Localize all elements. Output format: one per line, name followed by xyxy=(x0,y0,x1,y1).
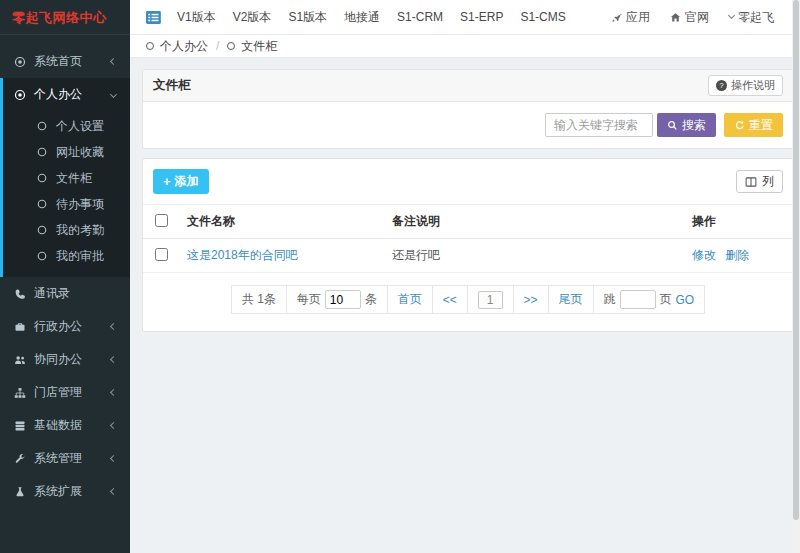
sidebar-submenu: 个人设置 网址收藏 文件柜 待办事项 xyxy=(3,111,130,277)
search-button-label: 搜索 xyxy=(682,117,706,134)
sidebar-item-contacts[interactable]: 通讯录 xyxy=(0,277,130,310)
sidebar-item-label: 系统扩展 xyxy=(34,483,82,500)
tab-s1[interactable]: S1版本 xyxy=(288,9,327,26)
apps-link[interactable]: 应用 xyxy=(611,9,650,26)
columns-icon xyxy=(745,176,757,188)
circle-icon xyxy=(35,172,48,185)
file-note: 还是行吧 xyxy=(384,239,684,273)
per-page-suffix: 条 xyxy=(365,291,377,308)
reset-button-label: 重置 xyxy=(749,117,773,134)
search-input[interactable] xyxy=(545,113,653,137)
columns-button[interactable]: 列 xyxy=(736,170,783,193)
chevron-left-icon xyxy=(110,389,117,396)
circle-icon xyxy=(227,42,235,50)
site-link[interactable]: 官网 xyxy=(670,9,709,26)
chevron-left-icon xyxy=(110,488,117,495)
sidebar-item-label: 网址收藏 xyxy=(56,144,104,161)
sidebar-item-system-extension[interactable]: 系统扩展 xyxy=(0,475,130,508)
sidebar-item-todo-items[interactable]: 待办事项 xyxy=(3,191,130,217)
sidebar-item-my-approvals[interactable]: 我的审批 xyxy=(3,243,130,269)
next-page-button[interactable]: >> xyxy=(514,286,549,313)
sidebar-item-personal-settings[interactable]: 个人设置 xyxy=(3,113,130,139)
circle-icon xyxy=(35,224,48,237)
sidebar-item-base-data[interactable]: 基础数据 xyxy=(0,409,130,442)
help-button[interactable]: 操作说明 xyxy=(708,75,783,96)
per-page-input[interactable] xyxy=(325,290,361,309)
file-cabinet-panel: 文件柜 操作说明 搜索 重置 xyxy=(142,69,794,149)
table-toolbar: 添加 列 xyxy=(143,159,793,204)
sidebar-item-admin-office[interactable]: 行政办公 xyxy=(0,310,130,343)
sidebar-item-label: 个人办公 xyxy=(34,86,82,103)
reset-button[interactable]: 重置 xyxy=(724,113,783,137)
pagination-wrap: 共 1条 每页 条 首页 << 1 >> 尾页 xyxy=(143,273,793,331)
circle-icon xyxy=(35,250,48,263)
sidebar-item-label: 系统首页 xyxy=(34,53,82,70)
sidebar-item-my-attendance[interactable]: 我的考勤 xyxy=(3,217,130,243)
flask-icon xyxy=(13,485,26,498)
sidebar-item-file-cabinet[interactable]: 文件柜 xyxy=(3,165,130,191)
current-page-cell: 1 xyxy=(468,286,514,313)
column-header-note[interactable]: 备注说明 xyxy=(384,205,684,239)
wrench-icon xyxy=(13,452,26,465)
tab-v2[interactable]: V2版本 xyxy=(233,9,272,26)
row-checkbox[interactable] xyxy=(155,248,168,261)
phone-icon xyxy=(13,287,26,300)
per-page-cell: 每页 条 xyxy=(287,286,388,313)
file-name-link[interactable]: 这是2018年的合同吧 xyxy=(187,248,298,262)
add-button-label: 添加 xyxy=(175,173,199,190)
sidebar-item-label: 文件柜 xyxy=(56,170,92,187)
search-button[interactable]: 搜索 xyxy=(657,113,716,137)
breadcrumb-item-file-cabinet[interactable]: 文件柜 xyxy=(241,38,277,55)
chevron-left-icon xyxy=(110,422,117,429)
sidebar-toggle-icon[interactable] xyxy=(146,11,161,24)
tab-s1-erp[interactable]: S1-ERP xyxy=(460,10,503,24)
prev-page-button[interactable]: << xyxy=(433,286,468,313)
delete-link[interactable]: 删除 xyxy=(725,248,749,262)
sidebar-item-collab-office[interactable]: 协同办公 xyxy=(0,343,130,376)
scrollbar-thumb[interactable] xyxy=(793,0,799,520)
panel-header: 文件柜 操作说明 xyxy=(143,70,793,102)
sidebar-item-system-management[interactable]: 系统管理 xyxy=(0,442,130,475)
edit-link[interactable]: 修改 xyxy=(692,248,716,262)
apps-label: 应用 xyxy=(626,9,650,26)
table-row: 这是2018年的合同吧 还是行吧 修改 删除 xyxy=(143,239,793,273)
tab-v1[interactable]: V1版本 xyxy=(177,9,216,26)
sidebar-item-personal-office[interactable]: 个人办公 xyxy=(3,78,130,111)
sidebar-item-label: 基础数据 xyxy=(34,417,82,434)
chevron-down-icon xyxy=(110,91,117,98)
go-button[interactable]: GO xyxy=(676,293,695,307)
refresh-icon xyxy=(734,120,745,131)
sitemap-icon xyxy=(13,386,26,399)
page-title: 文件柜 xyxy=(153,77,191,94)
sidebar-item-system-home[interactable]: 系统首页 xyxy=(0,45,130,78)
column-header-actions: 操作 xyxy=(684,205,793,239)
chevron-left-icon xyxy=(110,58,117,65)
current-page[interactable]: 1 xyxy=(478,291,503,309)
users-icon xyxy=(13,353,26,366)
chevron-down-icon xyxy=(728,12,735,19)
jump-prefix: 跳 xyxy=(604,291,616,308)
tab-s1-crm[interactable]: S1-CRM xyxy=(397,10,443,24)
table-header-row: 文件名称 备注说明 操作 xyxy=(143,205,793,239)
first-page-button[interactable]: 首页 xyxy=(388,286,433,313)
sidebar-item-store-management[interactable]: 门店管理 xyxy=(0,376,130,409)
sidebar-item-label: 我的审批 xyxy=(56,248,104,265)
column-header-file-name[interactable]: 文件名称 xyxy=(179,205,384,239)
breadcrumb-separator: / xyxy=(216,39,219,53)
tab-s1-cms[interactable]: S1-CMS xyxy=(520,10,565,24)
user-menu[interactable]: 零起飞 xyxy=(729,9,774,26)
sidebar-item-label: 通讯录 xyxy=(34,285,70,302)
select-all-checkbox[interactable] xyxy=(155,214,168,227)
sidebar-item-url-favorites[interactable]: 网址收藏 xyxy=(3,139,130,165)
vertical-scrollbar[interactable] xyxy=(792,0,800,553)
files-table: 文件名称 备注说明 操作 这是2018年的合同吧 还是行吧 修改 删 xyxy=(143,204,793,273)
add-button[interactable]: 添加 xyxy=(153,169,209,194)
user-name: 零起飞 xyxy=(738,9,774,26)
last-page-button[interactable]: 尾页 xyxy=(549,286,594,313)
jump-page-input[interactable] xyxy=(620,290,656,309)
app-logo[interactable]: 零起飞网络中心 xyxy=(0,0,130,35)
content-area: 文件柜 操作说明 搜索 重置 xyxy=(130,58,800,341)
database-icon xyxy=(13,419,26,432)
tab-dijietong[interactable]: 地接通 xyxy=(344,9,380,26)
breadcrumb-item-personal-office[interactable]: 个人办公 xyxy=(160,38,208,55)
